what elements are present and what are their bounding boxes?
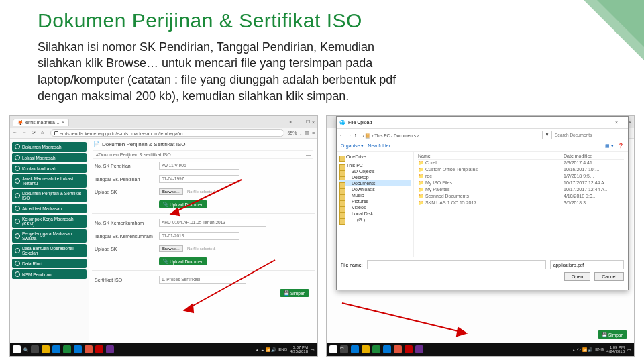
sidebar-item[interactable]: Akreditasi Madrasah [12,204,87,213]
view-icon[interactable]: ▦ ▾ [605,143,614,149]
help-icon[interactable]: ❓ [618,143,624,149]
screenshot-left: 🦊 emis.madrasa… × ＋ —☐× ← → ⟳ ⌂ emispend… [9,115,318,357]
excel-icon[interactable] [63,345,71,353]
sidebar-item[interactable]: Lokasi Madrasah [12,153,87,162]
sidebar-item[interactable]: Dokumen Madrasah [12,142,87,152]
file-dialog: 🌐 File Upload × ← → ↑ › 📔 › This PC › Do… [336,116,629,290]
url-field[interactable]: emispendis.kemenag.go.id/e-mis_madrasah_… [50,129,284,137]
address-bar: ← → ⟳ ⌂ emispendis.kemenag.go.id/e-mis_m… [10,128,317,139]
no-sk-pendirian-input[interactable] [159,162,239,170]
sidebar-item[interactable]: Data Bantuan Operasional Sekolah [12,244,87,257]
excel-icon[interactable] [372,345,380,353]
word-icon[interactable] [383,345,391,353]
menu-icon[interactable]: ≡ [312,131,315,135]
up-icon[interactable]: ↑ [354,133,357,137]
sidebar-item[interactable]: NSM Pendirian [12,269,87,279]
svg-line-4 [342,303,466,333]
breadcrumb[interactable]: › 📔 › This PC › Documents › [360,131,543,139]
home-icon[interactable]: ⌂ [41,130,48,137]
edge-icon[interactable] [52,345,60,353]
download-icon[interactable]: ↓ [299,131,302,135]
simpan-button[interactable]: 💾 Simpan [598,330,627,339]
open-button[interactable]: Open [564,272,590,281]
app-icon[interactable] [106,345,114,353]
reload-icon[interactable]: ⟳ [32,130,38,137]
opera-icon[interactable] [405,345,413,353]
explorer-icon[interactable] [42,345,50,353]
sidebar: Dokumen Madrasah Lokasi Madrasah Kontak … [10,139,89,343]
windows-icon[interactable] [13,345,21,353]
sidebar-item[interactable]: Data Rinci [12,259,87,268]
filetype-select[interactable]: applications.pdf [550,260,624,269]
browser-tabbar: 🦊 emis.madrasa… × ＋ —☐× [10,116,317,128]
screenshot-right: —☐× 94%↓▥≡ 📋 Data madrasah 💾 Simpan 🌐 Fi… [326,115,635,357]
upload-icon: 🌐 [339,120,345,125]
forward-icon[interactable]: → [347,133,352,137]
sidebar-item[interactable]: Jarak Madrasah ke Lokasi Tertentu [12,174,87,188]
sidebar-item[interactable]: Kontak Madrasah [12,164,87,173]
explorer-icon[interactable] [362,345,370,353]
edge-icon[interactable] [351,345,359,353]
svg-line-0 [171,180,241,214]
sidebar-item[interactable]: Kelompok Kerja Madrasah (KKM) [12,215,87,228]
powerpoint-icon[interactable] [85,345,93,353]
close-icon[interactable]: × [62,120,64,125]
cancel-button[interactable]: Cancel [594,272,624,281]
back-icon[interactable]: ← [13,130,19,137]
back-icon[interactable]: ← [339,133,344,137]
taskbar: 🔍 ▲ ☁ 📶 🔊 ENG 3:07 PM4/25/2018 ▭ [10,343,317,356]
panel-header: 📄 Dokumen Perijinan & Sertifikat ISO [93,141,313,147]
browser-tab[interactable]: 🦊 emis.madrasa… × [13,119,69,126]
app-icon[interactable] [415,345,423,353]
dialog-title: File Upload [348,120,372,125]
svg-marker-5 [457,328,466,336]
library-icon[interactable]: ▥ [305,131,309,136]
powerpoint-icon[interactable] [394,345,402,353]
opera-icon[interactable] [95,345,103,353]
file-list[interactable]: NameDate modified 📁 Corel7/3/2017 4:41 …… [414,152,628,257]
sidebar-item[interactable]: Dokumen Perijinan & Sertifikat ISO [12,189,87,202]
task-view-icon[interactable]: ▭ [340,345,348,353]
new-folder-button[interactable]: New folder [368,143,390,148]
cortana-icon[interactable] [31,345,39,353]
search-input[interactable] [551,131,625,139]
folder-tree[interactable]: OneDrive This PC 3D Objects Desktop Docu… [337,152,414,257]
firefox-icon: 🦊 [17,120,23,125]
word-icon[interactable] [74,345,82,353]
sidebar-item[interactable]: Penyelenggara Madrasah Swasta [12,229,87,243]
tgl-sk-kemenkumham-input[interactable] [159,232,239,240]
forward-icon[interactable]: → [22,130,29,137]
simpan-button[interactable]: 💾 Simpan [280,289,309,297]
organise-menu[interactable]: Organise ▾ [341,143,364,149]
svg-marker-3 [184,304,193,312]
description: Silahkan isi nomor SK Pendirian, Tanggal… [38,39,420,104]
panel-subtitle: #Dokumen Perijinan & sertifikat ISO— [93,150,313,159]
svg-line-2 [184,260,275,310]
filename-input[interactable] [367,260,546,269]
windows-icon[interactable] [329,345,337,353]
browse-button[interactable]: Browse… [159,245,183,252]
taskbar: ▭ ▲ 🛡 📶 🔊 ENG 1:09 PM4/24/2018 ▭ [327,343,634,356]
close-icon[interactable]: × [608,120,625,125]
page-title: Dokumen Perijinan & Sertifikat ISO [38,9,362,32]
svg-marker-1 [171,208,179,215]
